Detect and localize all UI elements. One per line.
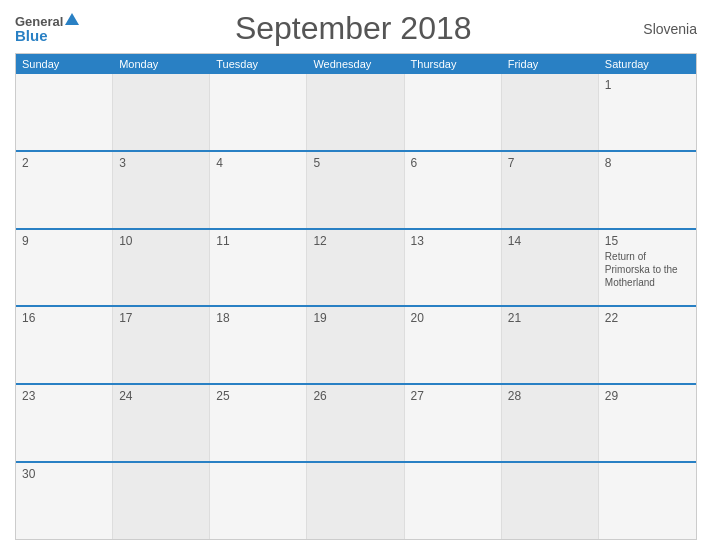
holiday-label: Return of Primorska to the Motherland	[605, 250, 690, 289]
day-number: 3	[119, 156, 203, 170]
day-cell-8-1-6: 8	[599, 152, 696, 228]
day-cell-19-3-3: 19	[307, 307, 404, 383]
day-number: 6	[411, 156, 495, 170]
header-saturday: Saturday	[599, 54, 696, 74]
week-3: 9101112131415Return of Primorska to the …	[16, 228, 696, 306]
day-cell-3-1-1: 3	[113, 152, 210, 228]
day-number: 7	[508, 156, 592, 170]
day-number: 24	[119, 389, 203, 403]
logo-triangle-icon	[65, 13, 79, 25]
page-title: September 2018	[79, 10, 627, 47]
day-cell-16-3-0: 16	[16, 307, 113, 383]
day-number: 29	[605, 389, 690, 403]
day-cell-empty-0-2	[210, 74, 307, 150]
week-1: 1	[16, 74, 696, 150]
header-friday: Friday	[502, 54, 599, 74]
day-number: 8	[605, 156, 690, 170]
day-cell-empty-0-0	[16, 74, 113, 150]
day-cell-20-3-4: 20	[405, 307, 502, 383]
day-cell-14-2-5: 14	[502, 230, 599, 306]
header-tuesday: Tuesday	[210, 54, 307, 74]
day-cell-30-5-0: 30	[16, 463, 113, 539]
logo: General Blue	[15, 15, 79, 43]
day-number: 18	[216, 311, 300, 325]
logo-general: General	[15, 15, 63, 28]
day-number: 13	[411, 234, 495, 248]
header-wednesday: Wednesday	[307, 54, 404, 74]
header-thursday: Thursday	[405, 54, 502, 74]
day-cell-empty-0-3	[307, 74, 404, 150]
day-cell-empty-5-5	[502, 463, 599, 539]
day-cell-6-1-4: 6	[405, 152, 502, 228]
day-cell-12-2-3: 12	[307, 230, 404, 306]
day-number: 15	[605, 234, 690, 248]
day-cell-empty-5-3	[307, 463, 404, 539]
day-number: 22	[605, 311, 690, 325]
day-number: 19	[313, 311, 397, 325]
day-cell-28-4-5: 28	[502, 385, 599, 461]
day-number: 4	[216, 156, 300, 170]
day-cell-13-2-4: 13	[405, 230, 502, 306]
day-number: 25	[216, 389, 300, 403]
day-cell-21-3-5: 21	[502, 307, 599, 383]
day-number: 28	[508, 389, 592, 403]
day-cell-11-2-2: 11	[210, 230, 307, 306]
day-number: 21	[508, 311, 592, 325]
day-cell-9-2-0: 9	[16, 230, 113, 306]
day-number: 1	[605, 78, 690, 92]
week-2: 2345678	[16, 150, 696, 228]
day-cell-29-4-6: 29	[599, 385, 696, 461]
day-number: 20	[411, 311, 495, 325]
day-cell-5-1-3: 5	[307, 152, 404, 228]
country-label: Slovenia	[627, 21, 697, 37]
day-number: 17	[119, 311, 203, 325]
day-number: 5	[313, 156, 397, 170]
day-cell-empty-0-4	[405, 74, 502, 150]
week-4: 16171819202122	[16, 305, 696, 383]
day-cell-26-4-3: 26	[307, 385, 404, 461]
calendar-header: Sunday Monday Tuesday Wednesday Thursday…	[16, 54, 696, 74]
day-number: 11	[216, 234, 300, 248]
calendar: Sunday Monday Tuesday Wednesday Thursday…	[15, 53, 697, 540]
week-6: 30	[16, 461, 696, 539]
day-cell-25-4-2: 25	[210, 385, 307, 461]
week-5: 23242526272829	[16, 383, 696, 461]
day-number: 9	[22, 234, 106, 248]
calendar-body: 123456789101112131415Return of Primorska…	[16, 74, 696, 539]
page-header: General Blue September 2018 Slovenia	[15, 10, 697, 47]
day-cell-7-1-5: 7	[502, 152, 599, 228]
day-cell-24-4-1: 24	[113, 385, 210, 461]
day-cell-22-3-6: 22	[599, 307, 696, 383]
day-cell-empty-5-4	[405, 463, 502, 539]
day-number: 26	[313, 389, 397, 403]
day-cell-23-4-0: 23	[16, 385, 113, 461]
day-cell-4-1-2: 4	[210, 152, 307, 228]
day-cell-empty-0-1	[113, 74, 210, 150]
day-number: 10	[119, 234, 203, 248]
day-cell-empty-5-1	[113, 463, 210, 539]
calendar-page: General Blue September 2018 Slovenia Sun…	[0, 0, 712, 550]
day-cell-15-2-6: 15Return of Primorska to the Motherland	[599, 230, 696, 306]
day-number: 14	[508, 234, 592, 248]
header-monday: Monday	[113, 54, 210, 74]
day-cell-2-1-0: 2	[16, 152, 113, 228]
day-number: 23	[22, 389, 106, 403]
day-number: 27	[411, 389, 495, 403]
day-cell-10-2-1: 10	[113, 230, 210, 306]
day-number: 16	[22, 311, 106, 325]
day-cell-1-0-6: 1	[599, 74, 696, 150]
day-cell-27-4-4: 27	[405, 385, 502, 461]
day-number: 30	[22, 467, 106, 481]
day-cell-empty-5-2	[210, 463, 307, 539]
day-number: 12	[313, 234, 397, 248]
logo-blue: Blue	[15, 28, 48, 43]
day-cell-empty-5-6	[599, 463, 696, 539]
header-sunday: Sunday	[16, 54, 113, 74]
day-number: 2	[22, 156, 106, 170]
day-cell-empty-0-5	[502, 74, 599, 150]
day-cell-17-3-1: 17	[113, 307, 210, 383]
day-cell-18-3-2: 18	[210, 307, 307, 383]
